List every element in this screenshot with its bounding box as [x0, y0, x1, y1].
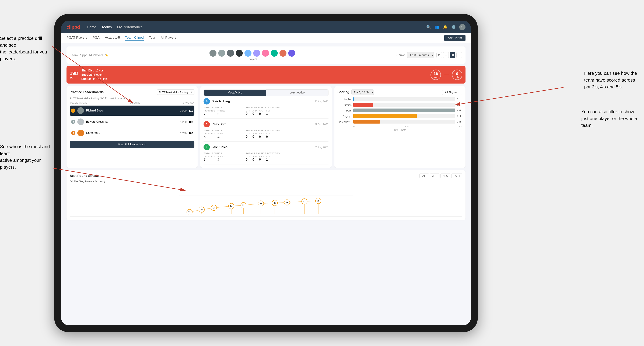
shot-circles: 16 yds 0 yds — [430, 70, 462, 80]
lb-rank-3: 3 — [71, 131, 75, 135]
practice-activities-label-2: Total Practice Activities — [246, 129, 286, 132]
player-avatar-8 — [270, 49, 278, 57]
view-full-leaderboard-button[interactable]: View Full Leaderboard — [70, 141, 194, 148]
show-period-select[interactable]: Last 3 months — [407, 52, 434, 58]
ott-col-2: OTT 0 — [246, 133, 250, 139]
main-grid: Practice Leaderboards PUTT Must Make Put… — [66, 86, 466, 168]
subnav-tour[interactable]: Tour — [149, 36, 156, 40]
grid-view-icon[interactable]: ⊞ — [436, 52, 442, 58]
most-active-tab[interactable]: Most Active — [204, 90, 266, 96]
player-avatar-5 — [244, 49, 252, 57]
card-view-icon[interactable]: ▦ — [450, 52, 455, 58]
activity-player-1: B Blair McHarg 26 Aug 2023 Total Rounds … — [204, 96, 328, 119]
rounds-cols-1: Tournament 7 Practice 6 — [204, 110, 244, 116]
total-rounds-label-1: Total Rounds — [204, 106, 244, 109]
subnav-pgat[interactable]: PGAT Players — [66, 36, 87, 40]
streaks-filters: OTT APP ARG PUTT — [420, 173, 462, 178]
total-rounds-group-3: Total Rounds Tournament 7 Practice 2 — [204, 152, 244, 162]
subnav: PGAT Players PGA Hcaps 1-5 Team Clippd T… — [61, 33, 471, 43]
user-avatar[interactable]: U — [459, 24, 466, 30]
show-label: Show: — [396, 53, 405, 57]
add-team-button[interactable]: Add Team — [444, 35, 466, 41]
shot-circle-2: 0 yds — [452, 70, 462, 80]
sort-icon[interactable]: ↕ — [456, 52, 462, 58]
total-rounds-label-3: Total Rounds — [204, 152, 244, 155]
dbogeys-label: D. Bogeys + — [338, 120, 352, 123]
annotation-top-right-1: Here you can see how theteam have scored… — [584, 70, 637, 90]
player-filter-select[interactable]: All Players ▾ — [442, 90, 462, 95]
total-rounds-label-2: Total Rounds — [204, 129, 244, 132]
lb-avatar-2 — [77, 119, 84, 125]
activity-player-2-info: R Rees Britt — [204, 121, 226, 127]
app-col-1: APP 0 — [252, 110, 256, 116]
app-col-3: APP 0 — [252, 155, 256, 162]
lb-avatar-3 — [77, 130, 84, 136]
eagles-label: Eagles — [338, 98, 352, 101]
subnav-all-players[interactable]: All Players — [161, 36, 176, 40]
total-rounds-group-1: Total Rounds Tournament 7 Practice 6 — [204, 106, 244, 116]
par-filter-select[interactable]: Par 3, 4 & 5s — [352, 89, 374, 95]
subnav-hcaps[interactable]: Hcaps 1-5 — [105, 36, 120, 40]
edit-icon[interactable]: ✏️ — [105, 53, 108, 57]
bell-icon[interactable]: 🔔 — [443, 25, 448, 29]
tournament-col-3: Tournament 7 — [204, 155, 214, 162]
shot-number: 198 — [70, 71, 78, 76]
activity-stats-1: Total Rounds Tournament 7 Practice 6 — [204, 106, 328, 116]
scoring-card: Scoring Par 3, 4 & 5s All Players ▾ — [334, 86, 466, 168]
subnav-pga[interactable]: PGA — [92, 36, 100, 40]
activity-player-2-header: R Rees Britt 02 Sep 2023 — [204, 121, 328, 127]
least-active-tab[interactable]: Least Active — [266, 90, 328, 96]
shot-circle-1: 16 yds — [430, 70, 441, 80]
birdies-track — [353, 103, 455, 107]
ott-filter-button[interactable]: OTT — [420, 173, 429, 178]
scoring-bar-chart: Eagles 3 Birdies 96 — [338, 97, 462, 131]
annotation-bottom-left: See who is the most and leastactive amon… — [0, 143, 51, 171]
lb-score-3: 17/20 — [180, 132, 187, 135]
drill-selector[interactable]: PUTT Must Make Putting... ▾ — [157, 89, 194, 95]
search-icon[interactable]: 🔍 — [426, 25, 431, 29]
chevron-down-icon: ▾ — [191, 91, 192, 94]
lb-row-2: 2 Edward Crossman 18/20 107 — [70, 117, 194, 127]
lb-row-1: 1 Richard Butler 19/20 110 — [70, 106, 194, 116]
nav-home[interactable]: Home — [87, 25, 96, 29]
lb-score-1: 19/20 — [180, 109, 187, 112]
activity-player-3: J Josh Coles 26 Aug 2023 Total Rounds To… — [204, 142, 328, 165]
app-filter-button[interactable]: APP — [430, 173, 440, 178]
activity-player-1-info: B Blair McHarg — [204, 98, 230, 105]
lb-score-2: 18/20 — [180, 120, 187, 123]
subnav-team-clippd[interactable]: Team Clippd — [125, 36, 144, 40]
lb-avg-3: 103 — [189, 132, 193, 135]
settings-icon[interactable]: ⚙️ — [451, 25, 456, 29]
pars-track — [353, 109, 455, 112]
activity-name-2: Rees Britt — [212, 123, 226, 126]
list-view-icon[interactable]: ☰ — [443, 52, 449, 58]
rounds-cols-3: Tournament 7 Practice 2 — [204, 155, 244, 162]
arg-filter-button[interactable]: ARG — [440, 173, 450, 178]
scoring-card-header: Scoring Par 3, 4 & 5s All Players ▾ — [338, 89, 462, 95]
player-avatar-9 — [279, 49, 287, 57]
nav-teams[interactable]: Teams — [102, 25, 112, 29]
total-rounds-group-2: Total Rounds Tournament 8 Practice 4 — [204, 129, 244, 139]
activity-player-2: R Rees Britt 02 Sep 2023 Total Rounds To… — [204, 119, 328, 142]
navbar-links: Home Teams My Performance — [87, 25, 426, 29]
activity-tabs: Most Active Least Active — [204, 89, 328, 96]
app-col-2: APP 0 — [252, 133, 256, 139]
putt-col-1: PUTT 1 — [266, 110, 272, 116]
ott-col-1: OTT 0 — [246, 110, 250, 116]
annotation-top-left: Select a practice drill and seethe leade… — [0, 35, 51, 62]
putt-filter-button[interactable]: PUTT — [451, 173, 462, 178]
practice-leaderboards-card: Practice Leaderboards PUTT Must Make Put… — [66, 86, 198, 168]
nav-performance[interactable]: My Performance — [117, 25, 143, 29]
streaks-title: Best Round Streaks — [70, 174, 100, 178]
player-avatar-7 — [262, 49, 269, 57]
users-icon[interactable]: 👥 — [434, 25, 439, 29]
lb-card-header: Practice Leaderboards PUTT Must Make Put… — [70, 89, 194, 95]
practice-activities-group-2: Total Practice Activities OTT 0 APP 0 — [246, 129, 286, 139]
streaks-subtitle: Off The Tee, Fairway Accuracy — [70, 180, 462, 183]
shot-card: 198 SC Shot Dist: 16 yds Start Lie: Roug… — [66, 66, 466, 84]
practice-activities-cols-2: OTT 0 APP 0 ARG 0 — [246, 133, 286, 139]
streaks-header: Best Round Streaks OTT APP ARG PUTT — [70, 173, 462, 178]
chevron-down-icon-scoring: ▾ — [458, 91, 460, 94]
streak-chart-area: 7x 6x 6x 5x 5x 4x 4x 4x — [70, 185, 462, 217]
bogeys-track — [353, 114, 455, 118]
